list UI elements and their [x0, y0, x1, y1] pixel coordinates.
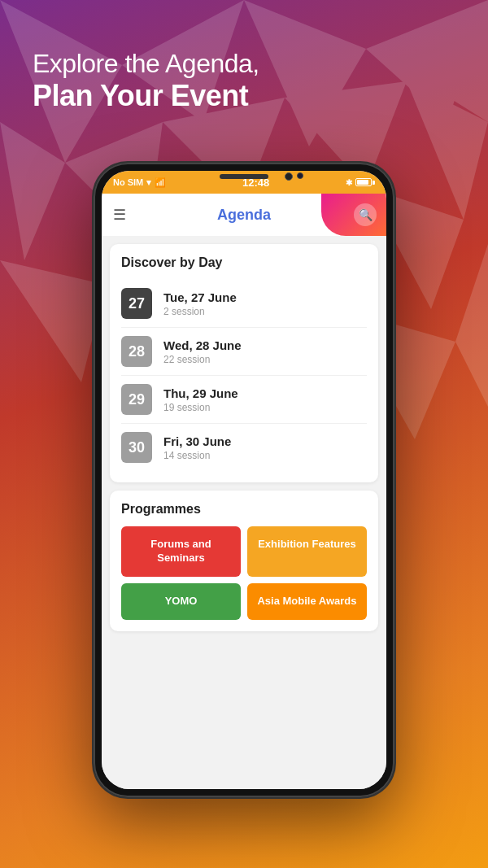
phone-camera-secondary — [297, 172, 303, 179]
asia-mobile-awards-button[interactable]: Asia Mobile Awards — [247, 583, 367, 620]
battery-fill — [357, 180, 368, 185]
programmes-grid: Forums and Seminars Exhibition Features … — [121, 526, 367, 620]
svg-marker-9 — [0, 122, 65, 260]
day-item-28[interactable]: 28 Wed, 28 June 22 session — [121, 328, 367, 376]
battery-tip — [373, 181, 375, 185]
day-item-27[interactable]: 27 Tue, 27 June 2 session — [121, 280, 367, 328]
session-count-27: 2 session — [163, 306, 237, 317]
day-info-28: Wed, 28 June 22 session — [163, 338, 242, 365]
phone-frame: No SIM ▾ 📶 12:48 ✱ ☰ Agenda 🔍 — [94, 163, 394, 797]
hero-text-container: Explore the Agenda, Plan Your Event — [33, 49, 455, 113]
discover-by-day-card: Discover by Day 27 Tue, 27 June 2 sessio… — [110, 244, 378, 482]
hero-line2: Plan Your Event — [33, 79, 455, 113]
session-count-29: 19 session — [163, 402, 238, 413]
hero-line1: Explore the Agenda, — [33, 49, 455, 79]
battery-icon — [355, 178, 375, 186]
programmes-card: Programmes Forums and Seminars Exhibitio… — [110, 491, 378, 631]
yomo-button[interactable]: YOMO — [121, 583, 241, 620]
svg-marker-12 — [0, 260, 106, 382]
app-title: Agenda — [217, 207, 271, 224]
search-button[interactable]: 🔍 — [354, 203, 377, 226]
date-badge-30: 30 — [121, 432, 152, 463]
day-info-29: Thu, 29 June 19 session — [163, 386, 238, 413]
date-badge-29: 29 — [121, 384, 152, 415]
phone-camera-main — [285, 172, 293, 181]
day-label-30: Fri, 30 June — [163, 434, 231, 448]
session-count-30: 14 session — [163, 450, 231, 461]
day-label-29: Thu, 29 June — [163, 386, 238, 400]
day-info-27: Tue, 27 June 2 session — [163, 290, 237, 317]
search-icon: 🔍 — [359, 208, 373, 221]
phone-speaker — [220, 174, 268, 179]
programmes-title: Programmes — [121, 502, 367, 517]
status-right: ✱ — [346, 178, 375, 187]
no-sim-label: No SIM — [113, 177, 143, 187]
content-area: Discover by Day 27 Tue, 27 June 2 sessio… — [102, 236, 386, 789]
date-badge-27: 27 — [121, 288, 152, 319]
date-badge-28: 28 — [121, 336, 152, 367]
day-item-30[interactable]: 30 Fri, 30 June 14 session — [121, 424, 367, 471]
day-label-28: Wed, 28 June — [163, 338, 242, 352]
svg-marker-16 — [455, 244, 488, 407]
exhibition-features-button[interactable]: Exhibition Features — [247, 526, 367, 577]
discover-title: Discover by Day — [121, 255, 367, 270]
phone-screen: No SIM ▾ 📶 12:48 ✱ ☰ Agenda 🔍 — [102, 171, 386, 789]
header-banner: 🔍 — [321, 194, 386, 236]
day-info-30: Fri, 30 June 14 session — [163, 434, 231, 461]
app-header: ☰ Agenda 🔍 — [102, 194, 386, 236]
forums-seminars-button[interactable]: Forums and Seminars — [121, 526, 241, 577]
hamburger-menu[interactable]: ☰ — [113, 206, 126, 224]
bluetooth-icon: ✱ — [346, 178, 352, 187]
wifi-signal: 📶 — [155, 177, 166, 188]
status-left: No SIM ▾ 📶 — [113, 177, 166, 188]
day-label-27: Tue, 27 June — [163, 290, 237, 304]
day-item-29[interactable]: 29 Thu, 29 June 19 session — [121, 376, 367, 424]
session-count-28: 22 session — [163, 354, 242, 365]
wifi-icon: ▾ — [146, 177, 151, 188]
battery-body — [355, 178, 372, 186]
